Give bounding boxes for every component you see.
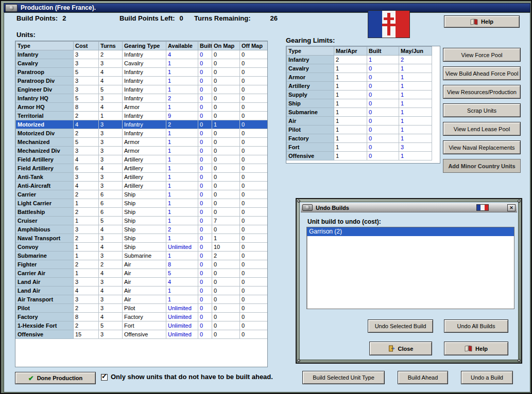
gearing-cell: 1	[334, 99, 367, 108]
side-button-scrap-units[interactable]: Scrap Units	[443, 103, 521, 117]
side-button-view-resources-production[interactable]: View Resources/Production	[443, 85, 521, 99]
build-ahead-button[interactable]: Build Ahead	[398, 371, 448, 384]
units-row-submarine[interactable]: Submarine13Submarine1020	[16, 252, 268, 260]
units-row-pilot[interactable]: Pilot23PilotUnlimited000	[16, 304, 268, 313]
units-row-factory[interactable]: Factory84FactoryUnlimited000	[16, 313, 268, 321]
units-row-1-hexside-fort[interactable]: 1-Hexside Fort25FortUnlimited000	[16, 321, 268, 330]
gearing-row-artillery[interactable]: Artillery101	[287, 82, 432, 91]
side-button-view-force-pool[interactable]: View Force Pool	[443, 48, 521, 62]
titlebar[interactable]: Production (Free France).	[4, 3, 530, 12]
units-cell: 0	[198, 59, 212, 68]
units-cell: 1	[166, 234, 198, 243]
units-cell: Armor HQ	[16, 103, 74, 112]
units-cell: 4	[74, 120, 99, 129]
gearing-cell: Pilot	[287, 126, 334, 134]
units-row-field-artillery[interactable]: Field Artillery64Artillery1000	[16, 164, 268, 173]
undo-builds-window: Undo Builds ✕ Unit build to undo (cost):…	[296, 198, 522, 364]
gearing-row-ship[interactable]: Ship101	[287, 99, 432, 108]
undo-list-item-garrison-2[interactable]: Garrison (2)	[307, 227, 514, 236]
units-row-land-air[interactable]: Land Air33Air4000	[16, 278, 268, 286]
units-row-infantry-hq[interactable]: Infantry HQ53Infantry2000	[16, 94, 268, 103]
gearing-row-submarine[interactable]: Submarine101	[287, 108, 432, 117]
units-row-territorial[interactable]: Territorial21Infantry9000	[16, 112, 268, 120]
undo-close-button[interactable]: Close	[369, 342, 432, 355]
help-button[interactable]: Help	[444, 15, 520, 28]
gearing-row-cavalry[interactable]: Cavalry101	[287, 64, 432, 73]
gearing-row-air[interactable]: Air101	[287, 117, 432, 126]
units-row-offensive[interactable]: Offensive153OffensiveUnlimited000	[16, 330, 268, 339]
units-row-light-carrier[interactable]: Light Carrier16Ship1000	[16, 199, 268, 208]
units-cell: 0	[198, 147, 212, 155]
units-row-motorized-div[interactable]: Motorized Div23Infantry1000	[16, 129, 268, 138]
units-row-carrier-air[interactable]: Carrier Air14Air5000	[16, 269, 268, 278]
units-row-anti-tank[interactable]: Anti-Tank33Artillery1000	[16, 173, 268, 182]
units-cell: Infantry HQ	[16, 94, 74, 103]
units-row-cavalry[interactable]: Cavalry33Cavalry1000	[16, 59, 268, 68]
undo-a-build-button[interactable]: Undo a Build	[461, 371, 513, 384]
units-cell: Offensive	[123, 330, 166, 339]
done-production-button[interactable]: ✔ Done Production	[15, 372, 96, 384]
units-row-mechanized-div[interactable]: Mechanized Div33Armor1000	[16, 147, 268, 155]
build-selected-unit-type-button[interactable]: Build Selected Unit Type	[302, 371, 385, 384]
units-row-battleship[interactable]: Battleship26Ship1000	[16, 208, 268, 217]
side-button-view-naval-replacements[interactable]: View Naval Replacements	[443, 140, 521, 154]
units-row-infantry[interactable]: Infantry32Infantry4000	[16, 50, 268, 59]
gearing-cell: 1	[334, 134, 367, 143]
units-row-land-air[interactable]: Land Air44Air1000	[16, 286, 268, 295]
units-cell: 4	[74, 286, 99, 295]
screw-icon	[297, 359, 300, 362]
undo-help-button[interactable]: Help	[444, 342, 508, 355]
units-cell: 1	[74, 252, 99, 260]
units-cell: 0	[198, 120, 212, 129]
units-cell: 3	[99, 234, 123, 243]
gearing-cell: Supply	[287, 91, 334, 99]
units-row-paratroop[interactable]: Paratroop54Infantry1000	[16, 68, 268, 77]
units-row-fighter[interactable]: Fighter22Air8000	[16, 260, 268, 269]
undo-selected-build-button[interactable]: Undo Selected Build	[368, 319, 433, 333]
units-cell: Mechanized	[16, 138, 74, 147]
units-cell: Submarine	[123, 252, 166, 260]
units-cell: 0	[240, 103, 268, 112]
gearing-cell: 1	[399, 73, 432, 82]
gearing-row-armor[interactable]: Armor101	[287, 73, 432, 82]
gearing-cell: Air	[287, 117, 334, 126]
undo-all-builds-button[interactable]: Undo All Builds	[444, 319, 508, 333]
undo-close-x-button[interactable]: ✕	[507, 204, 516, 211]
units-row-cruiser[interactable]: Cruiser15Ship1070	[16, 217, 268, 225]
gearing-row-infantry[interactable]: Infantry212	[287, 56, 432, 64]
units-row-mechanized[interactable]: Mechanized53Armor1000	[16, 138, 268, 147]
units-cell: 3	[99, 129, 123, 138]
gearing-row-factory[interactable]: Factory101	[287, 134, 432, 143]
units-row-amphibious[interactable]: Amphibious34Ship2000	[16, 225, 268, 234]
side-button-add-minor-country-units[interactable]: Add Minor Country Units	[443, 159, 521, 173]
gearing-cell: Factory	[287, 134, 334, 143]
units-row-field-artillery[interactable]: Field Artillery43Artillery1000	[16, 155, 268, 164]
filter-checkbox[interactable]: ✓	[101, 374, 108, 381]
side-button-view-lend-lease-pool[interactable]: View Lend Lease Pool	[443, 122, 521, 136]
side-button-view-build-ahead-force-pool[interactable]: View Build Ahead Force Pool	[443, 66, 521, 80]
units-cell: 0	[212, 129, 240, 138]
units-row-naval-transport[interactable]: Naval Transport23Ship1010	[16, 234, 268, 243]
units-cell: 0	[212, 278, 240, 286]
gearing-cell: 1	[334, 126, 367, 134]
units-cell: 1	[74, 217, 99, 225]
units-row-carrier[interactable]: Carrier26Ship1000	[16, 190, 268, 199]
units-row-convoy[interactable]: Convoy14ShipUnlimited0100	[16, 243, 268, 252]
units-row-paratroop-div[interactable]: Paratroop Div34Infantry1000	[16, 77, 268, 85]
gearing-cell: 1	[334, 108, 367, 117]
gearing-row-supply[interactable]: Supply101	[287, 91, 432, 99]
gearing-row-offensive[interactable]: Offensive101	[287, 152, 432, 160]
units-cell: 0	[212, 164, 240, 173]
units-cell: 2	[166, 94, 198, 103]
units-row-engineer-div[interactable]: Engineer Div35Infantry1000	[16, 85, 268, 94]
units-cell: 1	[166, 59, 198, 68]
gearing-row-pilot[interactable]: Pilot101	[287, 126, 432, 134]
undo-titlebar[interactable]: Undo Builds ✕	[301, 203, 517, 212]
units-cell: Carrier Air	[16, 269, 74, 278]
units-row-air-transport[interactable]: Air Transport33Air1000	[16, 295, 268, 304]
units-cell: 0	[212, 103, 240, 112]
gearing-row-fort[interactable]: Fort103	[287, 143, 432, 152]
units-row-armor-hq[interactable]: Armor HQ84Armor1000	[16, 103, 268, 112]
units-row-anti-aircraft[interactable]: Anti-Aircraft43Artillery1000	[16, 182, 268, 190]
units-row-motorized[interactable]: Motorized43Infantry2010	[16, 120, 268, 129]
